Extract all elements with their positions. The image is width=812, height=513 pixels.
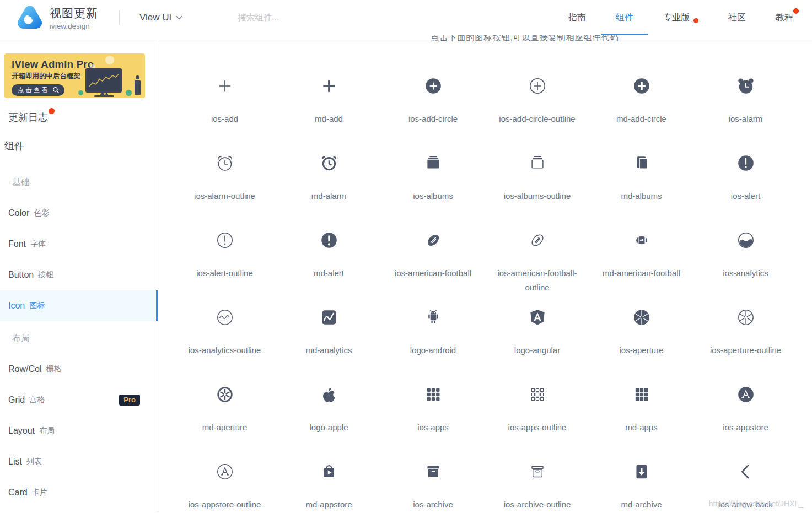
sidebar-section-components: 组件 <box>0 136 158 156</box>
icon-cell-ios-american-football[interactable]: ios-american-football <box>381 203 485 280</box>
icon-cell-ios-alarm[interactable]: ios-alarm <box>693 49 798 126</box>
icon-label: logo-angular <box>514 343 560 358</box>
nav-item-社区[interactable]: 社区 <box>728 0 746 35</box>
md-analytics-icon <box>320 308 338 327</box>
logo-subtitle: iview.design <box>50 22 98 30</box>
icon-label: ios-american-football <box>395 266 471 280</box>
menu-item-zh: 图标 <box>29 301 45 311</box>
ios-appstore-icon <box>736 385 755 404</box>
icon-cell-md-add[interactable]: md-add <box>277 49 381 126</box>
icon-grid: ios-addmd-addios-add-circleios-add-circl… <box>173 49 798 512</box>
icon-label: ios-appstore <box>723 420 768 435</box>
icon-label: ios-add <box>211 112 238 126</box>
icon-cell-ios-apps[interactable]: ios-apps <box>381 358 485 435</box>
ios-analytics-icon <box>736 231 755 250</box>
main-nav: 指南组件专业版社区教程 <box>568 0 793 35</box>
nav-item-教程[interactable]: 教程 <box>776 0 793 35</box>
icon-cell-ios-apps-outline[interactable]: ios-apps-outline <box>485 358 589 435</box>
icon-cell-md-analytics[interactable]: md-analytics <box>277 280 381 358</box>
icon-label: md-add-circle <box>616 112 666 126</box>
icon-cell-ios-analytics-outline[interactable]: ios-analytics-outline <box>173 280 277 358</box>
icon-cell-ios-alert-outline[interactable]: ios-alert-outline <box>173 203 277 280</box>
sidebar-item-icon[interactable]: Icon图标 <box>0 290 158 321</box>
icon-cell-logo-android[interactable]: logo-android <box>381 280 485 358</box>
menu-item-en: Grid <box>8 395 25 405</box>
ios-alarm-icon <box>736 77 755 95</box>
icon-cell-ios-archive[interactable]: ios-archive <box>381 435 485 512</box>
sidebar-item-list[interactable]: List列表 <box>0 446 158 477</box>
icon-cell-logo-apple[interactable]: logo-apple <box>277 358 381 435</box>
icon-cell-ios-alert[interactable]: ios-alert <box>693 126 798 203</box>
icon-cell-md-aperture[interactable]: md-aperture <box>173 358 277 435</box>
icon-cell-ios-add[interactable]: ios-add <box>173 49 277 126</box>
menu-item-en: Color <box>8 208 29 218</box>
search-input[interactable] <box>238 13 403 23</box>
icon-cell-ios-aperture[interactable]: ios-aperture <box>589 280 693 358</box>
sidebar-item-changelog[interactable]: 更新日志 <box>0 106 158 129</box>
icon-cell-ios-add-circle-outline[interactable]: ios-add-circle-outline <box>485 49 589 126</box>
menu-item-en: Layout <box>8 426 35 436</box>
icon-cell-logo-angular[interactable]: logo-angular <box>485 280 589 358</box>
person-illustration <box>136 75 139 79</box>
icon-cell-md-add-circle[interactable]: md-add-circle <box>589 49 693 126</box>
icon-cell-ios-appstore-outline[interactable]: ios-appstore-outline <box>173 435 277 512</box>
icon-cell-md-appstore[interactable]: md-appstore <box>277 435 381 512</box>
version-dropdown[interactable]: View UI <box>139 12 182 23</box>
md-american-football-icon <box>632 231 651 250</box>
menu-item-zh: 布局 <box>39 426 55 436</box>
red-dot <box>793 8 799 14</box>
icon-label: md-alarm <box>311 189 346 203</box>
icon-label: ios-alert <box>731 189 760 203</box>
icon-cell-ios-aperture-outline[interactable]: ios-aperture-outline <box>693 280 798 358</box>
page-body: iView Admin Pro 开箱即用的中后台框架 点击查看 <box>0 40 812 512</box>
icon-cell-ios-analytics[interactable]: ios-analytics <box>693 203 798 280</box>
md-add-icon <box>320 77 338 95</box>
icon-cell-ios-add-circle[interactable]: ios-add-circle <box>381 49 485 126</box>
sidebar-item-grid[interactable]: Grid宫格Pro <box>0 385 158 415</box>
ios-add-circle-outline-icon <box>528 77 547 95</box>
icon-cell-ios-alarm-outline[interactable]: ios-alarm-outline <box>173 126 277 203</box>
icon-cell-ios-archive-outline[interactable]: ios-archive-outline <box>485 435 589 512</box>
icon-cell-ios-arrow-back[interactable]: ios-arrow-back <box>693 435 798 512</box>
sidebar-item-layout[interactable]: Layout布局 <box>0 415 158 446</box>
sidebar-item-font[interactable]: Font字体 <box>0 229 158 260</box>
nav-item-组件[interactable]: 组件 <box>616 0 633 35</box>
icon-cell-ios-american-football-outline[interactable]: ios-american-football-outline <box>485 203 589 280</box>
logo[interactable]: 视图更新 iview.design <box>17 4 98 31</box>
app-header: 视图更新 iview.design View UI 指南组件专业版社区教程 <box>0 0 812 35</box>
icon-cell-ios-appstore[interactable]: ios-appstore <box>693 358 798 435</box>
plant-illustration <box>78 90 83 95</box>
icon-cell-md-archive[interactable]: md-archive <box>589 435 693 512</box>
admin-pro-banner[interactable]: iView Admin Pro 开箱即用的中后台框架 点击查看 <box>4 53 145 98</box>
icon-label: ios-aperture-outline <box>710 343 781 358</box>
menu-item-zh: 栅格 <box>46 364 61 374</box>
sidebar-item-color[interactable]: Color色彩 <box>0 198 158 229</box>
sidebar-item-card[interactable]: Card卡片 <box>0 477 158 508</box>
banner-view-button[interactable]: 点击查看 <box>12 84 64 96</box>
nav-item-指南[interactable]: 指南 <box>568 0 586 35</box>
icon-label: md-analytics <box>305 343 352 358</box>
icon-cell-md-apps[interactable]: md-apps <box>589 358 693 435</box>
sidebar-item-button[interactable]: Button按钮 <box>0 260 158 290</box>
banner-title: iView Admin Pro <box>12 58 145 71</box>
sidebar-group-header: 布局 <box>0 323 158 354</box>
icon-cell-md-american-football[interactable]: md-american-football <box>589 203 693 280</box>
logo-title: 视图更新 <box>50 6 98 21</box>
nav-item-专业版[interactable]: 专业版 <box>663 0 698 35</box>
md-archive-icon <box>632 462 651 481</box>
icon-cell-ios-albums[interactable]: ios-albums <box>381 126 485 203</box>
md-appstore-icon <box>320 462 338 481</box>
icon-label: ios-albums-outline <box>504 189 571 203</box>
icon-label: ios-alarm <box>729 112 763 126</box>
icon-label: ios-appstore-outline <box>189 498 261 512</box>
menu-item-en: Font <box>8 239 26 249</box>
icon-label: md-aperture <box>202 420 248 435</box>
icon-cell-md-alarm[interactable]: md-alarm <box>277 126 381 203</box>
icon-cell-ios-albums-outline[interactable]: ios-albums-outline <box>485 126 589 203</box>
icon-cell-md-alert[interactable]: md-alert <box>277 203 381 280</box>
icon-cell-md-albums[interactable]: md-albums <box>589 126 693 203</box>
icon-label: ios-aperture <box>619 343 663 358</box>
banner-subtitle: 开箱即用的中后台框架 <box>12 72 145 81</box>
menu-item-zh: 宫格 <box>29 395 45 405</box>
sidebar-item-row-col[interactable]: Row/Col栅格 <box>0 354 158 385</box>
